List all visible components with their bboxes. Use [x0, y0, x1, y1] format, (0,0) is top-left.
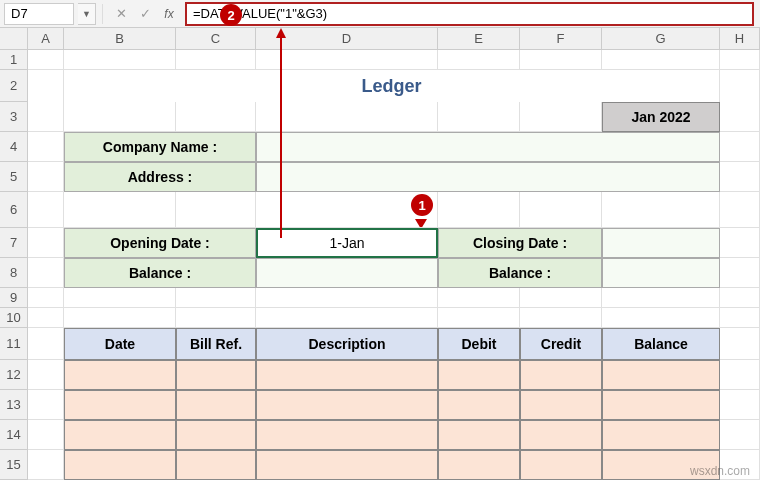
th-desc[interactable]: Description: [256, 328, 438, 360]
cell[interactable]: [720, 228, 760, 258]
cell[interactable]: [28, 102, 64, 132]
cell[interactable]: [28, 450, 64, 480]
cell[interactable]: [520, 192, 602, 228]
table-row[interactable]: [176, 360, 256, 390]
cell[interactable]: [520, 50, 602, 70]
row-header-11[interactable]: 11: [0, 328, 28, 360]
table-row[interactable]: [438, 420, 520, 450]
cell[interactable]: [28, 328, 64, 360]
col-header-h[interactable]: H: [720, 28, 760, 50]
cell[interactable]: [176, 308, 256, 328]
balance-value-left[interactable]: [256, 258, 438, 288]
row-header-14[interactable]: 14: [0, 420, 28, 450]
table-row[interactable]: [256, 390, 438, 420]
cell[interactable]: [64, 50, 176, 70]
col-header-e[interactable]: E: [438, 28, 520, 50]
table-row[interactable]: [602, 360, 720, 390]
cell[interactable]: [720, 70, 760, 102]
table-row[interactable]: [520, 360, 602, 390]
row-header-4[interactable]: 4: [0, 132, 28, 162]
cell[interactable]: [64, 288, 176, 308]
col-header-g[interactable]: G: [602, 28, 720, 50]
name-box-dropdown[interactable]: ▼: [78, 3, 96, 25]
cell[interactable]: [720, 162, 760, 192]
opening-date-value[interactable]: 1-Jan: [256, 228, 438, 258]
cell[interactable]: [520, 102, 602, 132]
address-label[interactable]: Address :: [64, 162, 256, 192]
table-row[interactable]: [64, 450, 176, 480]
cell[interactable]: [720, 308, 760, 328]
cell[interactable]: [438, 288, 520, 308]
cell[interactable]: [720, 420, 760, 450]
cell[interactable]: [720, 328, 760, 360]
cell[interactable]: [438, 102, 520, 132]
row-header-3[interactable]: 3: [0, 102, 28, 132]
cell[interactable]: [28, 308, 64, 328]
balance-value-right[interactable]: [602, 258, 720, 288]
table-row[interactable]: [520, 420, 602, 450]
table-row[interactable]: [64, 420, 176, 450]
cell[interactable]: [28, 390, 64, 420]
cell[interactable]: [176, 288, 256, 308]
th-credit[interactable]: Credit: [520, 328, 602, 360]
cell[interactable]: [256, 308, 438, 328]
table-row[interactable]: [256, 450, 438, 480]
closing-date-value[interactable]: [602, 228, 720, 258]
row-header-7[interactable]: 7: [0, 228, 28, 258]
table-row[interactable]: [64, 360, 176, 390]
cell[interactable]: [176, 102, 256, 132]
th-balance[interactable]: Balance: [602, 328, 720, 360]
cell[interactable]: [256, 102, 438, 132]
row-header-10[interactable]: 10: [0, 308, 28, 328]
balance-label-right[interactable]: Balance :: [438, 258, 602, 288]
cell[interactable]: [720, 132, 760, 162]
row-header-1[interactable]: 1: [0, 50, 28, 70]
address-value[interactable]: [256, 162, 720, 192]
col-header-a[interactable]: A: [28, 28, 64, 50]
cell[interactable]: [176, 192, 256, 228]
fx-icon[interactable]: fx: [159, 4, 179, 24]
cell[interactable]: [28, 228, 64, 258]
col-header-f[interactable]: F: [520, 28, 602, 50]
table-row[interactable]: [602, 390, 720, 420]
cell[interactable]: [520, 308, 602, 328]
cell[interactable]: [64, 192, 176, 228]
opening-date-label[interactable]: Opening Date :: [64, 228, 256, 258]
th-debit[interactable]: Debit: [438, 328, 520, 360]
name-box[interactable]: D7: [4, 3, 74, 25]
cell[interactable]: [720, 258, 760, 288]
cell[interactable]: [28, 258, 64, 288]
cell[interactable]: [602, 50, 720, 70]
table-row[interactable]: [438, 360, 520, 390]
table-row[interactable]: [438, 450, 520, 480]
select-all-corner[interactable]: [0, 28, 28, 50]
table-row[interactable]: [176, 450, 256, 480]
period-cell[interactable]: Jan 2022: [602, 102, 720, 132]
row-header-2[interactable]: 2: [0, 70, 28, 102]
cell[interactable]: [438, 50, 520, 70]
row-header-13[interactable]: 13: [0, 390, 28, 420]
cell[interactable]: [28, 132, 64, 162]
table-row[interactable]: [64, 390, 176, 420]
cell[interactable]: [64, 308, 176, 328]
th-date[interactable]: Date: [64, 328, 176, 360]
company-name-label[interactable]: Company Name :: [64, 132, 256, 162]
cell[interactable]: [28, 288, 64, 308]
cell[interactable]: [64, 102, 176, 132]
cell[interactable]: [720, 102, 760, 132]
cell[interactable]: [720, 360, 760, 390]
enter-icon[interactable]: ✓: [135, 4, 155, 24]
table-row[interactable]: [520, 450, 602, 480]
formula-input[interactable]: =DATEVALUE("1"&G3): [185, 2, 754, 26]
row-header-12[interactable]: 12: [0, 360, 28, 390]
cell[interactable]: [438, 308, 520, 328]
row-header-6[interactable]: 6: [0, 192, 28, 228]
cell[interactable]: [28, 50, 64, 70]
cancel-icon[interactable]: ✕: [111, 4, 131, 24]
cell[interactable]: [28, 192, 64, 228]
company-name-value[interactable]: [256, 132, 720, 162]
table-row[interactable]: [176, 390, 256, 420]
table-row[interactable]: [256, 420, 438, 450]
cell[interactable]: [602, 288, 720, 308]
table-row[interactable]: [520, 390, 602, 420]
